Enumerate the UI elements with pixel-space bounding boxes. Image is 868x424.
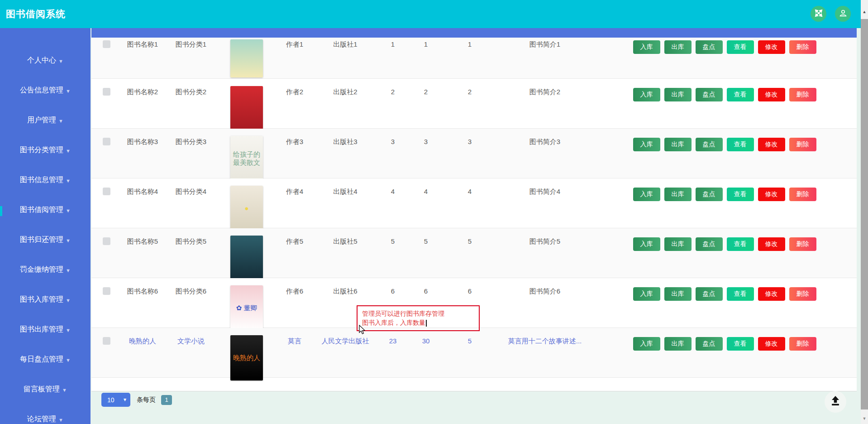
annotation-line-1: 管理员可以进行图书库存管理 <box>362 309 475 318</box>
view-button[interactable]: 查看 <box>727 40 754 54</box>
stock-in-button[interactable]: 入库 <box>633 40 660 54</box>
caret-down-icon: ▼ <box>66 357 71 363</box>
scrollbar-down-arrow[interactable]: ▼ <box>861 415 868 422</box>
delete-button[interactable]: 删除 <box>789 88 816 101</box>
sidebar-item-8[interactable]: 图书入库管理▼ <box>0 284 91 314</box>
sidebar-item-7[interactable]: 罚金缴纳管理▼ <box>0 255 91 284</box>
sidebar-item-12[interactable]: 论坛管理▼ <box>0 404 91 424</box>
back-to-top-upload-button[interactable] <box>825 391 846 413</box>
book-publisher-cell: 出版社2 <box>314 79 377 131</box>
stock-out-button[interactable]: 出库 <box>664 287 692 301</box>
sidebar-item-0[interactable]: 个人中心▼ <box>0 45 91 75</box>
book-category-cell: 图书分类1 <box>164 38 218 78</box>
book-cover-image: 给孩子的最美散文 <box>230 136 263 181</box>
delete-button[interactable]: 删除 <box>789 40 816 54</box>
stock-in-button[interactable]: 入库 <box>633 88 660 101</box>
stock-in-button[interactable]: 入库 <box>633 188 660 201</box>
delete-button[interactable]: 删除 <box>789 138 816 151</box>
inventory-button[interactable]: 盘点 <box>696 237 723 251</box>
book-name-cell: 图书名称3 <box>121 129 164 181</box>
edit-button[interactable]: 修改 <box>758 138 785 151</box>
sidebar-item-1[interactable]: 公告信息管理▼ <box>0 75 91 105</box>
inventory-button[interactable]: 盘点 <box>696 40 723 54</box>
stock-out-button[interactable]: 出库 <box>664 337 692 351</box>
table-row: 图书名称4 图书分类4 ● 作者4 出版社4 4 4 4 图书简介4 入库出库盘… <box>91 178 857 228</box>
sidebar-item-4[interactable]: 图书信息管理▼ <box>0 165 91 195</box>
view-button[interactable]: 查看 <box>727 237 754 251</box>
table-row: 图书名称2 图书分类2 作者2 出版社2 2 2 2 图书简介2 入库出库盘点查… <box>91 79 857 129</box>
inventory-button[interactable]: 盘点 <box>696 337 723 351</box>
stock-out-button[interactable]: 出库 <box>664 138 692 151</box>
edit-button[interactable]: 修改 <box>758 237 785 251</box>
inventory-button[interactable]: 盘点 <box>696 188 723 201</box>
sidebar-item-10[interactable]: 每日盘点管理▼ <box>0 344 91 374</box>
table-row: 图书名称3 图书分类3 给孩子的最美散文 作者3 出版社3 3 3 3 图书简介… <box>91 129 857 178</box>
delete-button[interactable]: 删除 <box>789 188 816 201</box>
row-checkbox[interactable] <box>103 337 110 345</box>
book-intro-cell: 图书简介3 <box>497 129 593 181</box>
delete-button[interactable]: 删除 <box>789 287 816 301</box>
sidebar-item-label: 图书出库管理 <box>20 325 63 334</box>
stock-in-button[interactable]: 入库 <box>633 287 660 301</box>
edit-button[interactable]: 修改 <box>758 337 785 351</box>
view-button[interactable]: 查看 <box>727 287 754 301</box>
caret-down-icon: ▼ <box>66 238 71 243</box>
caret-down-icon: ▼ <box>66 328 71 333</box>
sidebar-item-5[interactable]: 图书借阅管理▼ <box>0 195 91 225</box>
delete-button[interactable]: 删除 <box>789 237 816 251</box>
book-category-cell: 图书分类5 <box>164 228 218 281</box>
view-button[interactable]: 查看 <box>727 188 754 201</box>
row-actions: 入库出库盘点查看修改删除 <box>593 188 856 201</box>
user-profile-button[interactable] <box>835 6 851 22</box>
edit-button[interactable]: 修改 <box>758 40 785 54</box>
edit-button[interactable]: 修改 <box>758 188 785 201</box>
inventory-button[interactable]: 盘点 <box>696 287 723 301</box>
upload-icon <box>830 395 841 409</box>
edit-button[interactable]: 修改 <box>758 287 785 301</box>
sidebar-item-label: 罚金缴纳管理 <box>20 265 63 275</box>
stock-out-button[interactable]: 出库 <box>664 88 692 101</box>
row-checkbox[interactable] <box>103 287 110 295</box>
stock-in-button[interactable]: 入库 <box>633 237 660 251</box>
sidebar-item-9[interactable]: 图书出库管理▼ <box>0 314 91 344</box>
book-publisher-cell: 出版社1 <box>314 38 377 78</box>
page-number-button[interactable]: 1 <box>161 395 172 405</box>
sidebar-item-6[interactable]: 图书归还管理▼ <box>0 225 91 255</box>
fullscreen-toggle-button[interactable] <box>811 6 826 22</box>
inventory-button[interactable]: 盘点 <box>696 88 723 101</box>
edit-button[interactable]: 修改 <box>758 88 785 101</box>
sidebar-item-3[interactable]: 图书分类管理▼ <box>0 135 91 165</box>
delete-button[interactable]: 删除 <box>789 337 816 351</box>
page-scrollbar[interactable]: ▲ ▼ <box>861 0 868 424</box>
row-actions: 入库出库盘点查看修改删除 <box>593 287 856 301</box>
stock-out-button[interactable]: 出库 <box>664 188 692 201</box>
book-count1-cell: 4 <box>377 178 409 231</box>
stock-in-button[interactable]: 入库 <box>633 337 660 351</box>
stock-in-button[interactable]: 入库 <box>633 138 660 151</box>
book-count2-cell: 30 <box>409 328 443 381</box>
scrollbar-up-arrow[interactable]: ▲ <box>861 8 868 15</box>
view-button[interactable]: 查看 <box>727 337 754 351</box>
page-size-select[interactable]: 10 ▾ <box>101 393 130 407</box>
stock-out-button[interactable]: 出库 <box>664 237 692 251</box>
scrollbar-thumb[interactable] <box>861 19 868 410</box>
book-count2-cell: 3 <box>409 129 443 181</box>
row-checkbox[interactable] <box>103 88 110 96</box>
caret-down-icon: ▼ <box>58 118 63 124</box>
row-checkbox[interactable] <box>103 188 110 195</box>
inventory-button[interactable]: 盘点 <box>696 138 723 151</box>
sidebar-menu: 个人中心▼公告信息管理▼用户管理▼图书分类管理▼图书信息管理▼图书借阅管理▼图书… <box>0 28 91 424</box>
sidebar-item-11[interactable]: 留言板管理▼ <box>0 374 91 404</box>
stock-out-button[interactable]: 出库 <box>664 40 692 54</box>
view-button[interactable]: 查看 <box>727 138 754 151</box>
caret-down-icon: ▼ <box>66 148 71 154</box>
sidebar-item-label: 每日盘点管理 <box>20 355 63 364</box>
sidebar-item-2[interactable]: 用户管理▼ <box>0 105 91 135</box>
row-checkbox[interactable] <box>103 138 110 145</box>
sidebar-item-label: 图书借阅管理 <box>20 205 63 215</box>
view-button[interactable]: 查看 <box>727 88 754 101</box>
row-checkbox[interactable] <box>103 40 110 48</box>
row-checkbox[interactable] <box>103 237 110 245</box>
caret-down-icon: ▼ <box>58 417 63 423</box>
book-publisher-cell: 人民文学出版社 <box>314 328 377 381</box>
